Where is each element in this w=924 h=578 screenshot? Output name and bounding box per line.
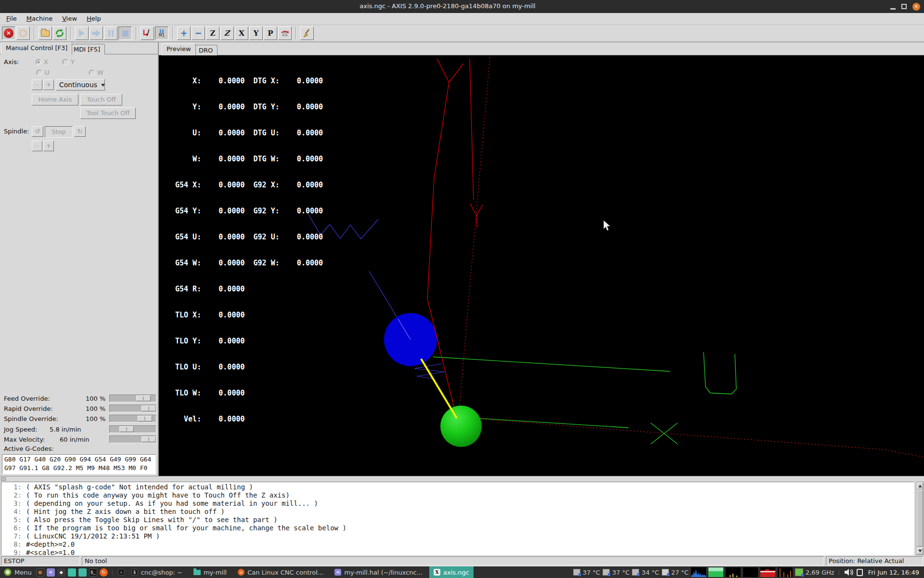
rapid-override-handle[interactable] [141, 406, 156, 411]
scroll-down-arrow[interactable] [917, 548, 923, 554]
rotate-icon [280, 28, 290, 38]
app-launcher-icon[interactable] [68, 568, 76, 577]
maximize-button[interactable] [901, 4, 907, 9]
clock[interactable]: Fri Jun 12, 16:49 [868, 569, 919, 576]
volume-icon[interactable] [845, 568, 854, 576]
taskbar-window-axis[interactable]: X axis.ngc [429, 566, 474, 578]
pane-sash[interactable] [0, 476, 924, 482]
estop-button[interactable]: ✕ [2, 26, 15, 40]
tab-mdi[interactable]: MDI [F5] [69, 44, 105, 54]
temp-sensor-icon[interactable] [603, 569, 610, 576]
view-z-rotated-button[interactable]: Z [220, 26, 234, 40]
close-button[interactable]: ✕ [912, 3, 920, 11]
view-perspective-button[interactable]: P [264, 26, 277, 40]
memory-graph-icon[interactable] [708, 567, 723, 577]
taskbar-window-terminal[interactable]: $ cnc@shop: ~ [127, 566, 187, 578]
max-velocity-slider[interactable] [109, 435, 156, 443]
spindle-plus-button[interactable]: + [43, 141, 54, 151]
clear-plot-button[interactable] [300, 26, 314, 40]
jog-speed-handle[interactable] [119, 426, 134, 432]
axis-application-window: axis.ngc - AXIS 2.9.0-pre0-2180-ga14b08a… [0, 0, 924, 578]
chevron-down-icon [101, 84, 105, 89]
view-x-button[interactable]: X [235, 26, 248, 40]
menu-help[interactable]: Help [82, 14, 105, 24]
pause-button[interactable] [104, 26, 117, 40]
tab-dro[interactable]: DRO [194, 45, 218, 55]
gcode-scrollbar[interactable] [916, 482, 924, 555]
menu-machine[interactable]: Machine [22, 14, 57, 24]
temp-sensor-icon[interactable] [632, 569, 639, 576]
toggle-skip-lines-button[interactable]: / [141, 26, 154, 40]
step-button[interactable] [90, 26, 103, 40]
jog-minus-button[interactable]: - [32, 79, 42, 90]
feed-override-label: Feed Override: [4, 395, 50, 402]
spindle-minus-button[interactable]: - [32, 141, 42, 151]
zoom-out-button[interactable]: − [192, 26, 205, 40]
calculator-launcher-icon[interactable]: ▦ [36, 568, 44, 577]
cpu-graph-icon[interactable] [691, 567, 706, 577]
spindle-cw-button[interactable]: ↻ [74, 126, 86, 137]
removable-media-icon[interactable] [857, 569, 863, 576]
rotate-view-button[interactable] [278, 26, 292, 40]
toolbar-separator [34, 27, 35, 39]
view-z-button[interactable]: Z [206, 26, 219, 40]
menu-view[interactable]: View [58, 14, 81, 24]
load-graph-icon[interactable] [760, 567, 775, 577]
jog-yellow-path [421, 359, 457, 418]
machine-state-status: ESTOP [1, 556, 80, 565]
max-velocity-handle[interactable] [141, 436, 156, 442]
tab-preview[interactable]: Preview [162, 43, 196, 55]
jog-increment-dropdown[interactable]: Continuous [56, 79, 105, 91]
machine-power-button[interactable] [16, 26, 30, 40]
file-manager-launcher-icon[interactable] [78, 568, 87, 577]
spindle-override-handle[interactable] [138, 416, 152, 421]
tab-manual-control[interactable]: Manual Control [F3] [1, 42, 72, 54]
reload-file-button[interactable] [53, 26, 66, 40]
tool-touch-off-button[interactable]: Tool Touch Off [80, 107, 136, 119]
axis-u-radio[interactable] [37, 70, 42, 76]
jog-plus-button[interactable]: + [43, 79, 54, 90]
inkscape-launcher-icon[interactable]: ◆ [57, 568, 65, 577]
tool-status: No tool [82, 556, 824, 565]
skip-lines-icon: / [142, 28, 152, 38]
touch-off-button[interactable]: Touch Off [80, 94, 122, 105]
home-axis-button[interactable]: Home Axis [32, 94, 78, 105]
text-editor-launcher-icon[interactable]: ≡ [47, 568, 55, 577]
spindle-stop-button[interactable]: Stop [45, 126, 73, 138]
mint-menu-button[interactable]: Menu [2, 568, 34, 576]
feed-override-handle[interactable] [136, 395, 151, 401]
jog-speed-slider[interactable] [109, 425, 156, 433]
preview-canvas[interactable]: X: 0.0000 DTG X: 0.0000 Y: 0.0000 DTG Y:… [159, 55, 924, 476]
scroll-up-arrow[interactable] [917, 483, 923, 489]
temp-sensor-icon[interactable] [573, 569, 580, 576]
taskbar-window-files[interactable]: my-mill [189, 566, 231, 578]
terminal-launcher-icon[interactable]: $_ [89, 568, 97, 577]
view-y-button[interactable]: Y [249, 26, 263, 40]
stop-button[interactable] [118, 26, 132, 40]
open-file-button[interactable] [38, 26, 52, 40]
swap-graph-icon[interactable] [726, 567, 741, 577]
browser-launcher-icon[interactable]: ↻ [100, 568, 108, 577]
scrollbar-thumb[interactable] [917, 490, 923, 547]
cpu-freq-icon[interactable] [795, 568, 803, 576]
axis-w-radio[interactable] [89, 70, 95, 76]
feed-override-slider[interactable] [109, 394, 156, 402]
drive-temp-icon[interactable] [662, 569, 669, 576]
optional-pause-button[interactable]: M1 [155, 26, 168, 40]
taskbar-window-editor[interactable]: ≡ my-mill.hal (~/linuxcnc... [330, 566, 427, 578]
disk-graph-icon[interactable] [778, 567, 793, 577]
menu-file[interactable]: File [2, 14, 21, 24]
sash-handle[interactable] [1, 477, 6, 481]
axis-y-radio[interactable] [63, 59, 68, 65]
run-button[interactable] [75, 26, 89, 40]
net-graph-icon[interactable] [743, 567, 758, 577]
taskbar-window-browser[interactable]: u Can Linux CNC control... [233, 566, 328, 578]
rapid-override-slider[interactable] [109, 405, 156, 412]
spindle-override-slider[interactable] [109, 415, 156, 422]
gcode-listing[interactable]: 1:( AXIS "splash g-code" Not intended fo… [1, 482, 914, 555]
axis-x-radio[interactable] [36, 59, 41, 65]
minimize-button[interactable] [890, 8, 896, 10]
spindle-ccw-button[interactable]: ↺ [32, 126, 43, 137]
small-terminal-icon[interactable]: › [118, 569, 125, 576]
zoom-in-button[interactable]: + [177, 26, 191, 40]
